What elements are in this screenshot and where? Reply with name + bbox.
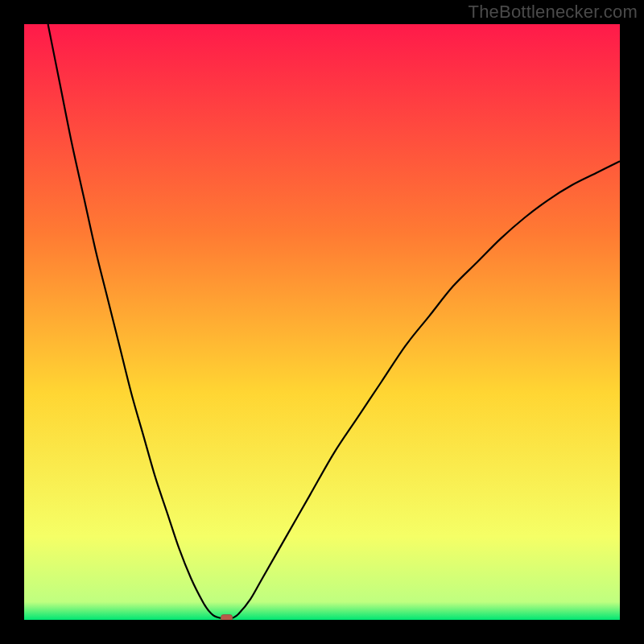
chart-svg [24,24,620,620]
watermark-text: TheBottlenecker.com [469,2,638,23]
plot-area [24,24,620,620]
chart-frame: TheBottlenecker.com [0,0,644,644]
minimum-marker [221,615,233,620]
